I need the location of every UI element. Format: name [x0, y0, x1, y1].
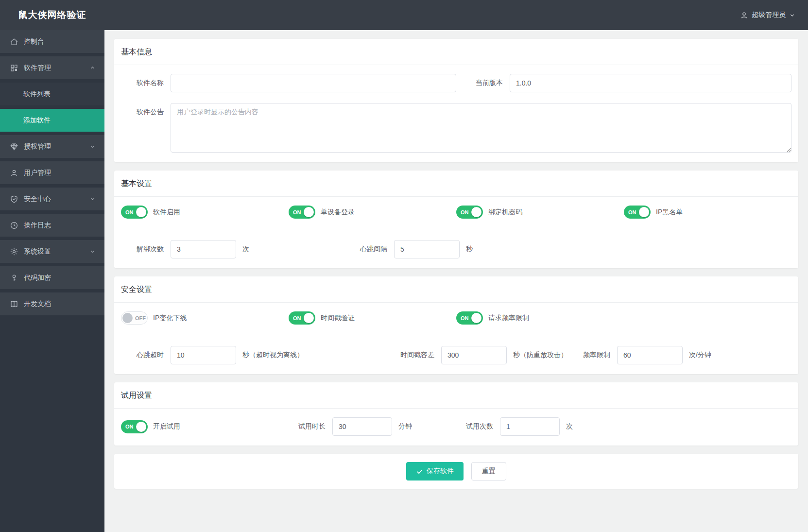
ip-change-offline-toggle[interactable]: OFF [121, 311, 148, 325]
current-version-field: 当前版本 [456, 74, 791, 92]
trial-count-label: 试用次数 [456, 422, 493, 431]
unbind-count-field: 解绑次数 次 [121, 240, 344, 258]
rate-limit-suffix: 次/分钟 [689, 351, 711, 360]
trial-duration-field: 试用时长 分钟 [289, 417, 456, 436]
announcement-textarea[interactable] [171, 103, 791, 153]
app-root: 鼠大侠网络验证 超级管理员 控制台 [0, 0, 808, 532]
heartbeat-interval-input[interactable] [394, 240, 460, 258]
trial-duration-label: 试用时长 [289, 422, 326, 431]
chevron-down-icon [89, 248, 96, 255]
heartbeat-timeout-label: 心跳超时 [121, 351, 164, 360]
ip-blacklist-label: IP黑名单 [656, 208, 683, 217]
software-enabled-toggle[interactable]: ON [121, 206, 148, 219]
trial-count-field: 试用次数 次 [456, 417, 624, 436]
software-enabled-setting: ON 软件启用 [121, 206, 289, 219]
rate-limit-setting: ON 请求频率限制 [456, 311, 624, 325]
row-spacer [624, 417, 791, 436]
announcement-label: 软件公告 [121, 108, 164, 117]
sidebar-item-add-software[interactable]: 添加软件 [0, 109, 104, 132]
apps-icon [10, 64, 18, 72]
gem-icon [10, 142, 18, 151]
security-settings-card: 安全设置 OFF IP变化下线 ON [114, 276, 798, 374]
single-device-setting: ON 单设备登录 [289, 206, 456, 219]
sidebar-item-code-encryption[interactable]: 代码加密 [0, 266, 104, 289]
basic-settings-title: 基本设置 [114, 171, 798, 197]
user-menu[interactable]: 超级管理员 [740, 11, 808, 19]
toggle-knob [304, 313, 314, 323]
sidebar-item-dev-docs[interactable]: 开发文档 [0, 292, 104, 315]
single-device-label: 单设备登录 [321, 208, 355, 217]
sidebar-item-console[interactable]: 控制台 [0, 30, 104, 53]
bind-machine-code-toggle[interactable]: ON [456, 206, 483, 219]
ip-blacklist-setting: ON IP黑名单 [624, 206, 791, 219]
announcement-field: 软件公告 [121, 103, 791, 153]
ip-change-offline-setting: OFF IP变化下线 [121, 311, 289, 325]
software-name-field: 软件名称 [121, 74, 456, 92]
sidebar: 控制台 软件管理 软件列表 添加软件 授权管理 [0, 30, 104, 532]
sidebar-item-user-management[interactable]: 用户管理 [0, 161, 104, 184]
save-software-label: 保存软件 [427, 467, 454, 476]
rate-limit-label: 频率限制 [567, 351, 610, 360]
rate-limit-toggle[interactable]: ON [456, 311, 483, 325]
timestamp-tolerance-suffix: 秒（防重放攻击） [513, 351, 567, 360]
row-spacer [568, 240, 791, 258]
chevron-up-icon [89, 65, 96, 71]
software-name-input[interactable] [171, 74, 456, 92]
heartbeat-timeout-field: 心跳超时 秒（超时视为离线） [121, 346, 381, 364]
trial-duration-input[interactable] [332, 417, 392, 436]
toggle-knob [471, 207, 481, 217]
software-enabled-label: 软件启用 [153, 208, 180, 217]
book-icon [10, 300, 18, 309]
save-software-button[interactable]: 保存软件 [406, 462, 464, 481]
toggle-knob [471, 313, 481, 323]
chevron-down-icon [89, 196, 96, 202]
rate-limit-field: 频率限制 次/分钟 [567, 346, 791, 364]
trial-count-input[interactable] [500, 417, 560, 436]
sidebar-item-operation-log[interactable]: 操作日志 [0, 214, 104, 237]
bind-machine-code-setting: ON 绑定机器码 [456, 206, 624, 219]
timestamp-tolerance-label: 时间戳容差 [381, 351, 434, 360]
chevron-down-icon [89, 143, 96, 150]
trial-enabled-setting: ON 开启试用 [121, 417, 289, 436]
current-version-label: 当前版本 [456, 79, 503, 87]
sidebar-item-license-management[interactable]: 授权管理 [0, 135, 104, 158]
software-name-label: 软件名称 [121, 79, 164, 87]
shield-check-icon [10, 195, 18, 204]
bind-machine-code-label: 绑定机器码 [488, 208, 522, 217]
timestamp-verify-toggle[interactable]: ON [289, 311, 315, 325]
heartbeat-timeout-input[interactable] [171, 346, 236, 364]
user-name: 超级管理员 [752, 11, 786, 19]
trial-settings-card: 试用设置 ON 开启试用 试用时长 分钟 [114, 382, 798, 446]
ip-blacklist-toggle[interactable]: ON [624, 206, 651, 219]
rate-limit-input[interactable] [617, 346, 683, 364]
unbind-count-input[interactable] [171, 240, 236, 258]
heartbeat-interval-field: 心跳间隔 秒 [344, 240, 568, 258]
unbind-count-label: 解绑次数 [121, 245, 164, 254]
row-spacer [624, 311, 791, 325]
toggle-knob [304, 207, 314, 217]
app-title: 鼠大侠网络验证 [0, 9, 104, 21]
sidebar-item-system-settings[interactable]: 系统设置 [0, 240, 104, 263]
security-settings-title: 安全设置 [114, 276, 798, 303]
sidebar-item-software-list[interactable]: 软件列表 [0, 83, 104, 105]
timestamp-verify-setting: ON 时间戳验证 [289, 311, 456, 325]
basic-info-card: 基本信息 软件名称 当前版本 软件公告 [114, 39, 798, 162]
user-icon [10, 169, 18, 177]
sidebar-item-software-management[interactable]: 软件管理 [0, 56, 104, 79]
sidebar-item-security-center[interactable]: 安全中心 [0, 188, 104, 210]
reset-button[interactable]: 重置 [471, 462, 506, 481]
timestamp-tolerance-field: 时间戳容差 秒（防重放攻击） [381, 346, 567, 364]
heartbeat-interval-label: 心跳间隔 [344, 245, 387, 254]
timestamp-tolerance-input[interactable] [441, 346, 507, 364]
ip-change-offline-label: IP变化下线 [153, 314, 187, 323]
basic-info-title: 基本信息 [114, 39, 798, 65]
current-version-input[interactable] [510, 74, 791, 92]
trial-enabled-toggle[interactable]: ON [121, 420, 148, 433]
gear-icon [10, 247, 18, 256]
trial-enabled-label: 开启试用 [153, 422, 180, 431]
basic-settings-card: 基本设置 ON 软件启用 ON 单 [114, 171, 798, 268]
toggle-knob [639, 207, 649, 217]
toggle-knob [122, 313, 133, 323]
single-device-toggle[interactable]: ON [289, 206, 315, 219]
content: 基本信息 软件名称 当前版本 软件公告 [104, 30, 808, 532]
